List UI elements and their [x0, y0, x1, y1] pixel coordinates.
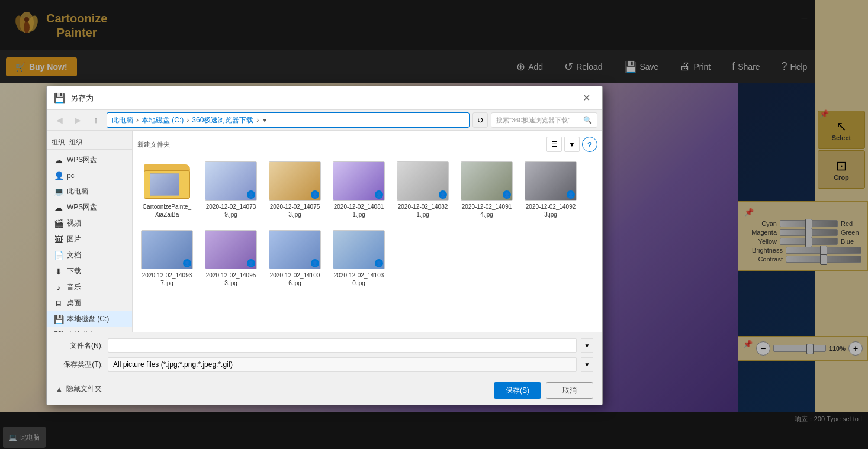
- file-item-6[interactable]: 👤 2020-12-02_140923.jpg: [521, 158, 580, 222]
- search-text: 搜索"360极速浏览器下载": [496, 116, 570, 125]
- sidebar-item-music[interactable]: ♪ 音乐: [47, 279, 132, 295]
- dialog-title-icon: 💾: [54, 92, 66, 104]
- file-label-10: 2020-12-02_141030.jpg: [333, 272, 385, 287]
- file-item-8[interactable]: 👤 2020-12-02_140953.jpg: [201, 227, 261, 290]
- sidebar-item-drive-c[interactable]: 💾 本地磁盘 (C:): [47, 311, 132, 327]
- search-icon: 🔍: [583, 116, 592, 124]
- path-computer[interactable]: 此电脑: [112, 115, 133, 125]
- thumbnail-10: 👤: [333, 230, 385, 269]
- cancel-dialog-button[interactable]: 取消: [546, 382, 593, 399]
- user-badge-10: 👤: [375, 259, 383, 267]
- file-item-folder[interactable]: CartoonizePainte_XiaZaiBa: [137, 158, 197, 222]
- path-bar[interactable]: 此电脑 › 本地磁盘 (C:) › 360极速浏览器下载 › ▼: [107, 112, 470, 128]
- path-drive[interactable]: 本地磁盘 (C:): [142, 115, 184, 125]
- dialog-bottom: 文件名(N): ▼ 保存类型(T): All picture files (*.…: [47, 332, 602, 405]
- dialog-titlebar: 💾 另存为 ✕: [47, 86, 602, 110]
- thumbnail-6: 👤: [525, 161, 577, 201]
- file-item-5[interactable]: 👤 2020-12-02_140914.jpg: [457, 158, 516, 222]
- hidden-files-label[interactable]: 隐藏文件夹: [66, 384, 102, 394]
- music-icon: ♪: [54, 283, 63, 292]
- search-box[interactable]: 搜索"360极速浏览器下载" 🔍: [491, 112, 597, 128]
- thumbnail-8: 👤: [205, 230, 257, 269]
- file-label-5: 2020-12-02_140914.jpg: [461, 203, 513, 218]
- filetype-label: 保存类型(T):: [56, 360, 103, 370]
- wps-icon-2: ☁: [54, 203, 63, 212]
- expand-arrow[interactable]: ▲: [56, 385, 63, 393]
- sidebar-music-label: 音乐: [67, 282, 81, 292]
- pictures-icon: 🖼: [54, 235, 63, 244]
- file-item-3[interactable]: 👤 2020-12-02_140811.jpg: [329, 158, 388, 222]
- filename-input[interactable]: [108, 338, 577, 353]
- sidebar-computer-label: 此电脑: [67, 186, 88, 196]
- save-dialog-button[interactable]: 保存(S): [494, 382, 541, 399]
- hidden-files-row: ▲ 隐藏文件夹: [56, 384, 102, 394]
- sidebar-item-desktop[interactable]: 🖥 桌面: [47, 295, 132, 311]
- thumbnail-7: 👤: [141, 230, 193, 269]
- user-badge-2: 👤: [311, 190, 319, 199]
- video-icon: 🎬: [54, 219, 63, 228]
- dialog-files-area: 新建文件夹 ☰ ▼ ?: [133, 131, 602, 332]
- user-badge-3: 👤: [375, 190, 383, 199]
- user-icon: 👤: [54, 171, 63, 180]
- back-button[interactable]: ◀: [52, 112, 67, 128]
- sidebar-video-label: 视频: [67, 218, 81, 228]
- sidebar-item-wps[interactable]: ☁ WPS网盘: [47, 152, 132, 168]
- sidebar-wps2-label: WPS网盘: [67, 202, 97, 212]
- file-item-1[interactable]: 👤 2020-12-02_140739.jpg: [201, 158, 261, 222]
- file-label-6: 2020-12-02_140923.jpg: [525, 203, 577, 218]
- sidebar-item-downloads[interactable]: ⬇ 下载: [47, 263, 132, 279]
- file-item-10[interactable]: 👤 2020-12-02_141030.jpg: [329, 227, 388, 290]
- file-save-dialog: 💾 另存为 ✕ ◀ ▶ ↑ 此电脑 › 本地磁盘 (C:) › 360极速浏览器…: [46, 86, 603, 405]
- sidebar-item-drive-e[interactable]: 💾 本地磁盘 (E:): [47, 327, 132, 332]
- filename-dropdown[interactable]: ▼: [581, 338, 593, 353]
- drive-c-icon: 💾: [54, 315, 63, 324]
- sidebar-item-pc[interactable]: 👤 pc: [47, 168, 132, 183]
- folder-preview: [150, 173, 179, 196]
- thumbnail-3: 👤: [333, 161, 385, 201]
- sidebar-drive-c-label: 本地磁盘 (C:): [67, 314, 109, 324]
- filetype-dropdown[interactable]: ▼: [581, 357, 593, 372]
- path-sep-3: ›: [256, 116, 259, 124]
- sidebar-desktop-label: 桌面: [67, 298, 81, 308]
- path-folder[interactable]: 360极速浏览器下载: [192, 115, 253, 125]
- view-dropdown-button[interactable]: ▼: [564, 137, 580, 152]
- up-button[interactable]: ↑: [88, 112, 104, 128]
- path-sep-2: ›: [187, 116, 189, 124]
- file-label-2: 2020-12-02_140753.jpg: [269, 203, 321, 218]
- sidebar-item-computer[interactable]: 💻 此电脑: [47, 183, 132, 199]
- forward-button[interactable]: ▶: [70, 112, 85, 128]
- organize-text: 组织: [69, 138, 82, 147]
- sidebar-item-pictures[interactable]: 🖼 图片: [47, 231, 132, 247]
- view-toggle-button[interactable]: ☰: [546, 137, 562, 152]
- help-circle-button[interactable]: ?: [582, 137, 597, 152]
- folder-thumbnail: [141, 161, 193, 201]
- computer-icon: 💻: [54, 187, 63, 196]
- file-item-7[interactable]: 👤 2020-12-02_140937.jpg: [137, 227, 197, 290]
- wps-cloud-icon: ☁: [54, 156, 63, 165]
- dialog-close-button[interactable]: ✕: [577, 89, 595, 107]
- files-grid: CartoonizePainte_XiaZaiBa 👤 2020-12-02_1…: [137, 158, 597, 290]
- path-dropdown[interactable]: ▼: [262, 117, 268, 124]
- thumbnail-4: 👤: [397, 161, 449, 201]
- dialog-sidebar: 组织 组织 ☁ WPS网盘 👤 pc 💻 此电脑 ☁ WPS网盘 🎬 视频: [47, 131, 133, 332]
- file-label-7: 2020-12-02_140937.jpg: [141, 272, 193, 287]
- user-badge-5: 👤: [503, 190, 511, 199]
- file-label-folder: CartoonizePainte_XiaZaiBa: [141, 203, 193, 218]
- sidebar-item-docs[interactable]: 📄 文档: [47, 247, 132, 263]
- filename-label: 文件名(N):: [56, 341, 103, 351]
- sidebar-downloads-label: 下载: [67, 266, 81, 276]
- file-item-4[interactable]: 👤 2020-12-02_140821.jpg: [393, 158, 452, 222]
- sidebar-item-video[interactable]: 🎬 视频: [47, 215, 132, 231]
- thumbnail-5: 👤: [461, 161, 513, 201]
- dialog-content: 组织 组织 ☁ WPS网盘 👤 pc 💻 此电脑 ☁ WPS网盘 🎬 视频: [47, 131, 602, 332]
- file-view-toolbar: 新建文件夹 ☰ ▼ ?: [137, 135, 597, 153]
- filetype-input[interactable]: All picture files (*.jpg;*.png;*.jpeg;*.…: [108, 357, 577, 372]
- sidebar-item-wps2[interactable]: ☁ WPS网盘: [47, 199, 132, 215]
- new-folder-btn[interactable]: 新建文件夹: [137, 140, 170, 149]
- thumbnail-1: 👤: [205, 161, 257, 201]
- file-item-9[interactable]: 👤 2020-12-02_141006.jpg: [265, 227, 324, 290]
- user-badge-9: 👤: [311, 259, 319, 267]
- refresh-button[interactable]: ↺: [472, 112, 488, 128]
- organize-label: 组织: [52, 138, 65, 147]
- file-item-2[interactable]: 👤 2020-12-02_140753.jpg: [265, 158, 324, 222]
